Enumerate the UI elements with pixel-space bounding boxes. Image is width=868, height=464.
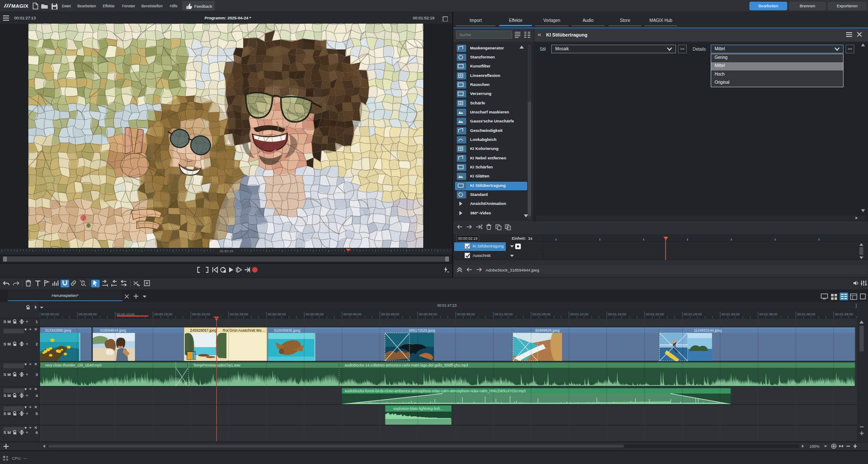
svg-text:00:00:05:00: 00:00:05:00 bbox=[79, 312, 97, 316]
svg-text:1124553144.jpeg: 1124553144.jpeg bbox=[694, 328, 721, 333]
svg-text:very-close-thunder_Gkl_1B4d.mp: very-close-thunder_Gkl_1B4d.mp3 bbox=[45, 363, 102, 367]
svg-text:00:00:40:00: 00:00:40:00 bbox=[343, 312, 362, 316]
svg-text:00:01:00:00: 00:01:00:00 bbox=[495, 312, 513, 316]
svg-text:Rot Grün Ausschnitt We...: Rot Grün Ausschnitt We... bbox=[223, 328, 265, 333]
svg-text:00:00:50:00: 00:00:50:00 bbox=[419, 312, 437, 316]
svg-text:00:01:05:00: 00:01:05:00 bbox=[532, 312, 551, 316]
svg-text:TempPreviewAudioClip1.wav: TempPreviewAudioClip1.wav bbox=[193, 363, 241, 367]
svg-text:00:00:55:00: 00:00:55:00 bbox=[457, 312, 475, 316]
svg-text:510035935.jpeg: 510035935.jpeg bbox=[274, 328, 300, 333]
svg-text:MAGIX: MAGIX bbox=[12, 3, 29, 9]
svg-text:82889826.jpeg: 82889826.jpeg bbox=[535, 328, 560, 333]
svg-text:00:01:45:00: 00:01:45:00 bbox=[835, 312, 853, 316]
svg-text:audioblocks-forest-birds-close: audioblocks-forest-birds-close-ambience-… bbox=[345, 389, 526, 393]
svg-text:00:01:47:23: 00:01:47:23 bbox=[437, 303, 457, 308]
svg-text:00:00:25:00: 00:00:25:00 bbox=[230, 312, 248, 316]
svg-text:00:00:30:00: 00:00:30:00 bbox=[268, 312, 286, 316]
svg-text:00:00:35:00: 00:00:35:00 bbox=[306, 312, 324, 316]
svg-text:00:00:45:00: 00:00:45:00 bbox=[381, 312, 400, 316]
svg-text:00:01:25:00: 00:01:25:00 bbox=[684, 312, 702, 316]
svg-text:00:01:15:00: 00:01:15:00 bbox=[608, 312, 627, 316]
svg-text:245928057.jpeg: 245928057.jpeg bbox=[190, 328, 217, 333]
svg-text:explosion-blast-lightning-bolt: explosion-blast-lightning-bolt... bbox=[394, 406, 443, 411]
svg-text:995171525.jpeg: 995171525.jpeg bbox=[409, 328, 435, 333]
svg-text:audioblocks-14-collettivo-armo: audioblocks-14-collettivo-armonico-carlo… bbox=[345, 363, 468, 367]
svg-text:00:01:10:00: 00:01:10:00 bbox=[570, 312, 589, 316]
svg-text:00:01:40:00: 00:01:40:00 bbox=[797, 312, 816, 316]
svg-text:318594944.jpeg: 318594944.jpeg bbox=[100, 328, 126, 333]
svg-text:00:00:00:00: 00:00:00:00 bbox=[41, 312, 59, 316]
svg-text:00:01:20:00: 00:01:20:00 bbox=[646, 312, 664, 316]
svg-text:313342890.jpeg: 313342890.jpeg bbox=[45, 328, 71, 333]
svg-text:00:01:30:00: 00:01:30:00 bbox=[721, 312, 740, 316]
svg-text:00:00:15:00: 00:00:15:00 bbox=[154, 312, 173, 316]
svg-text:00:00:20:00: 00:00:20:00 bbox=[192, 312, 211, 316]
svg-text:00:01:35:00: 00:01:35:00 bbox=[759, 312, 778, 316]
